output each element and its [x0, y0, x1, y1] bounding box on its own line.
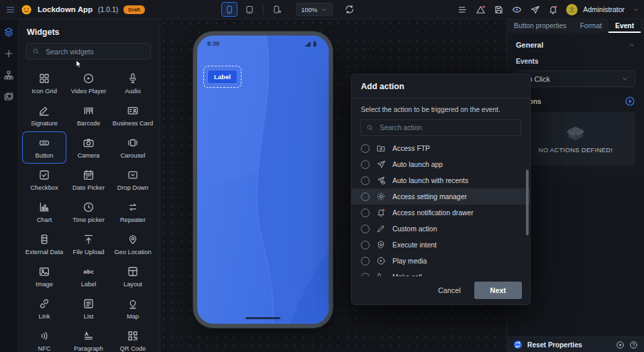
rail-item-add[interactable]: [3, 48, 14, 59]
save-icon[interactable]: [494, 5, 504, 15]
widget-search-input[interactable]: [44, 47, 145, 56]
label-icon: abc: [83, 266, 95, 278]
tablet-view-button[interactable]: [242, 3, 257, 16]
widget-qr-code[interactable]: QR Code: [111, 325, 155, 352]
widget-barcode[interactable]: Barcode: [66, 99, 111, 131]
widget-label: QR Code: [120, 345, 146, 352]
widget-paragraph[interactable]: Paragraph: [66, 325, 111, 352]
next-button[interactable]: Next: [474, 282, 522, 299]
widget-layout[interactable]: Layout: [111, 260, 155, 292]
widget-drop-down[interactable]: Drop Down: [111, 164, 155, 196]
widget-carousel[interactable]: Carousel: [111, 131, 155, 164]
widget-business-card[interactable]: Business Card: [111, 99, 155, 131]
tab-format[interactable]: Format: [573, 19, 608, 33]
widget-audio[interactable]: Audio: [111, 67, 155, 99]
widget-image[interactable]: Image: [22, 260, 66, 292]
radio-button[interactable]: [361, 176, 370, 185]
radio-button[interactable]: [361, 241, 370, 249]
action-row-auto-launch-app[interactable]: Auto launch app: [352, 156, 530, 172]
camera-icon: [83, 137, 95, 149]
action-row-custom-action[interactable]: Custom action: [352, 221, 530, 237]
divider: [263, 5, 264, 14]
widget-label: Business Card: [113, 120, 153, 127]
radio-button[interactable]: [361, 257, 370, 266]
help-icon[interactable]: [629, 341, 638, 349]
widget-button[interactable]: Button: [22, 131, 66, 164]
widget-date-picker[interactable]: Date Picker: [66, 164, 111, 196]
empty-state-text: NO ACTIONS DEFINED!: [539, 147, 613, 154]
widget-label: Date Picker: [72, 184, 105, 191]
widget-repeater[interactable]: Repeater: [111, 196, 155, 228]
widget-external-data[interactable]: External Data: [22, 228, 66, 260]
widget-icon-grid[interactable]: Icon Grid: [22, 67, 66, 99]
play-circle-icon: [376, 256, 386, 266]
rail-item-flow[interactable]: [3, 70, 14, 80]
warning-triangle-icon[interactable]: [476, 5, 486, 15]
layers-icon: [3, 27, 14, 38]
collapse-chevron-icon[interactable]: [628, 42, 635, 49]
rail-item-layers[interactable]: [3, 27, 14, 38]
action-row-access-ftp[interactable]: Access FTP: [352, 140, 530, 156]
action-search-input[interactable]: [378, 123, 515, 132]
widget-time-picker[interactable]: Time picker: [66, 196, 111, 228]
widget-chart[interactable]: Chart: [22, 196, 66, 228]
widget-label[interactable]: abcLabel: [66, 260, 111, 292]
widget-list[interactable]: List: [66, 292, 111, 325]
event-type-dropdown[interactable]: On Click: [516, 70, 635, 87]
widget-link[interactable]: Link: [22, 292, 66, 325]
widget-label: Checkbox: [30, 184, 58, 191]
add-action-plus-icon[interactable]: [625, 96, 635, 107]
file-upload-icon: [83, 233, 95, 245]
widget-signature[interactable]: Signature: [22, 99, 66, 131]
scrollbar-thumb[interactable]: [526, 170, 529, 235]
user-avatar[interactable]: [566, 4, 578, 15]
action-row-auto-launch-with-recents[interactable]: Auto launch with recents: [352, 172, 530, 188]
radio-button[interactable]: [361, 225, 370, 233]
widget-nfc[interactable]: NFC: [22, 325, 66, 352]
reset-properties-button[interactable]: Reset Properties: [527, 341, 611, 349]
widget-video-player[interactable]: Video Player: [66, 67, 111, 99]
radio-button[interactable]: [361, 144, 370, 153]
tab-event[interactable]: Event: [608, 19, 641, 33]
signature-icon: [38, 105, 50, 117]
user-name: Administrator: [583, 5, 625, 13]
icon-grid-icon: [38, 72, 50, 84]
widget-label: Carousel: [120, 152, 145, 159]
widget-file-upload[interactable]: File Upload: [66, 228, 111, 260]
preview-eye-icon[interactable]: [512, 5, 522, 15]
radio-button[interactable]: [361, 192, 370, 201]
tab-button-properties[interactable]: Button properties: [507, 19, 573, 33]
notifications-bell-icon[interactable]: [548, 5, 558, 15]
widget-geo-location[interactable]: Geo Location: [111, 228, 155, 260]
zoom-dropdown[interactable]: 100%: [296, 3, 333, 16]
hamburger-menu-icon[interactable]: [5, 5, 15, 15]
action-row-execute-intent[interactable]: Execute intent: [352, 237, 530, 253]
rotate-device-icon[interactable]: [344, 4, 355, 15]
phone-view-button[interactable]: [221, 2, 237, 17]
add-screen-button[interactable]: [270, 3, 284, 16]
action-label: Auto launch with recents: [392, 177, 468, 184]
phone-screen[interactable]: 9:30 Label: [197, 36, 329, 324]
canvas-label-button[interactable]: Label: [207, 70, 237, 84]
play-circle-icon[interactable]: [616, 341, 625, 349]
checkbox-icon: [38, 169, 50, 181]
radio-button[interactable]: [361, 160, 370, 169]
action-label: Play media: [392, 257, 427, 265]
user-menu-chevron-icon[interactable]: [633, 7, 639, 13]
rail-item-media[interactable]: [3, 91, 14, 102]
action-row-access-setting-manager[interactable]: Access setting manager: [352, 188, 530, 204]
action-label: Access FTP: [392, 145, 430, 152]
no-actions-empty-state: NO ACTIONS DEFINED!: [516, 112, 635, 166]
radio-button[interactable]: [361, 209, 370, 217]
widget-checkbox[interactable]: Checkbox: [22, 164, 66, 196]
bell-dot-icon: [376, 208, 386, 217]
widget-label: Icon Grid: [32, 88, 57, 95]
widget-camera[interactable]: Camera: [66, 131, 111, 164]
action-row-play-media[interactable]: Play media: [352, 253, 530, 269]
publish-icon[interactable]: [530, 5, 540, 15]
widget-map[interactable]: Map: [111, 292, 155, 325]
outline-list-icon[interactable]: [458, 5, 468, 15]
action-row-access-notification-drawer[interactable]: Access notification drawer: [352, 204, 530, 221]
status-time: 9:30: [207, 40, 219, 47]
cancel-button[interactable]: Cancel: [429, 282, 470, 299]
